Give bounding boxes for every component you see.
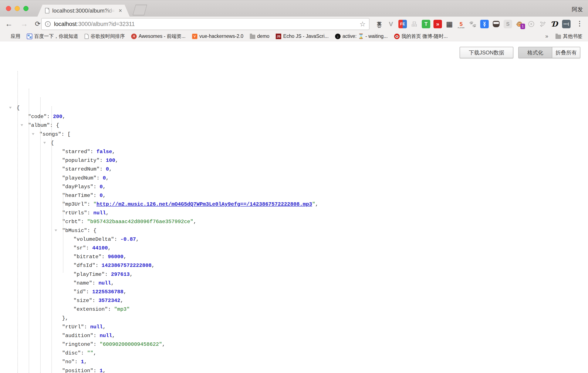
- json-line: "id": 1225536788,: [0, 288, 588, 296]
- json-line: "crbt": "b957432baaac42d8096f76ae357992c…: [0, 217, 588, 226]
- bookmark-label: Echo JS - JavaScri...: [283, 33, 328, 39]
- collapse-triangle-icon[interactable]: ▼: [9, 104, 12, 112]
- qr-code-extension-icon[interactable]: ▦: [445, 20, 454, 28]
- paw-extension-icon[interactable]: 🐾: [469, 20, 477, 28]
- page-content: 下载JSON数据 格式化 折叠所有 ▼{"code": 200,▼"album"…: [0, 41, 588, 373]
- json-line: "name": null,: [0, 279, 588, 288]
- site-info-icon[interactable]: i: [45, 21, 51, 27]
- collapse-all-button[interactable]: 折叠所有: [552, 47, 580, 58]
- collapse-triangle-icon[interactable]: ▼: [55, 226, 57, 235]
- bookmark-label: 应用: [11, 33, 21, 40]
- json-line: "extension": "mp3": [0, 305, 588, 314]
- profile-name[interactable]: 阿发: [572, 6, 583, 13]
- json-line: ▼"songs": [: [0, 130, 588, 139]
- bookmark-demo[interactable]: demo: [250, 33, 270, 39]
- bookmark-label: Awesomes - 前端资...: [139, 33, 186, 40]
- down-icon: ↓: [335, 34, 341, 39]
- baidu-icon: 🐾: [27, 34, 32, 39]
- json-line: "size": 3572342,: [0, 296, 588, 305]
- bookmarks-bar: 应用🐾百度一下，你就知道谷歌按时间排序AAwesomes - 前端资...Vvu…: [0, 32, 588, 41]
- zoom-window-button[interactable]: [23, 6, 29, 11]
- close-window-button[interactable]: [6, 6, 11, 11]
- collapse-triangle-icon[interactable]: ▼: [32, 130, 34, 139]
- json-line: ▼{: [0, 104, 588, 112]
- js-icon: JS: [276, 34, 281, 39]
- bookmark-apps[interactable]: 应用: [3, 33, 21, 40]
- weibo-eye-extension-icon[interactable]: [527, 20, 536, 28]
- s-extension-icon[interactable]: S: [504, 20, 512, 28]
- bookmark-label: active: ⌛ - waiting...: [342, 33, 388, 39]
- browser-toolbar: ← → ⟳ i localhost:3000/album?id=32311 ☆ …: [0, 17, 588, 32]
- awesomes-icon: A: [131, 34, 137, 39]
- tab-bar: localhost:3000/album?id=323 × 阿发: [0, 0, 588, 17]
- d-extension-icon[interactable]: Ɗ: [550, 20, 559, 28]
- double-chevron-extension-icon[interactable]: ∨∨: [480, 20, 489, 28]
- bookmark-active[interactable]: ↓active: ⌛ - waiting...: [335, 33, 388, 39]
- json-line: "code": 200,: [0, 112, 588, 121]
- json-viewer: ▼{"code": 200,▼"album": {▼"songs": [▼{"s…: [0, 104, 588, 373]
- json-line: "no": 1,: [0, 357, 588, 366]
- bookmark-label: demo: [257, 33, 270, 39]
- bookmark-other-folder[interactable]: 其他书签: [556, 33, 582, 40]
- folder-icon: [250, 35, 255, 39]
- window-controls: [6, 6, 29, 11]
- json-line: "ringtone": "600902000009458622",: [0, 340, 588, 349]
- json-line: "mp3Url": "http://m2.music.126.net/mO4G5…: [0, 200, 588, 209]
- indent-guide-line: [52, 106, 52, 373]
- bookmark-google-sort[interactable]: 谷歌按时间排序: [84, 33, 125, 40]
- indent-guide-line: [17, 71, 18, 373]
- minimize-window-button[interactable]: [15, 6, 20, 11]
- fast-forward-extension-icon[interactable]: »: [433, 20, 442, 28]
- bookmark-baidu[interactable]: 🐾百度一下，你就知道: [27, 33, 78, 40]
- collapse-triangle-icon[interactable]: ▼: [43, 139, 46, 147]
- forward-button: →: [21, 19, 28, 29]
- bookmark-echo-js[interactable]: JSEcho JS - JavaScri...: [276, 33, 328, 39]
- bookmark-weibo-home[interactable]: 我的首页 微博-随时...: [394, 33, 448, 40]
- indent-guide-line: [29, 89, 29, 373]
- html5-player-extension-icon[interactable]: 5PLAYER: [457, 20, 465, 28]
- browser-tab[interactable]: localhost:3000/album?id=323 ×: [37, 5, 130, 17]
- vimium-extension-icon[interactable]: V: [387, 20, 395, 28]
- fe-extension-icon[interactable]: FE: [398, 20, 407, 28]
- collapse-triangle-icon[interactable]: ▼: [21, 121, 23, 130]
- bookmarks-overflow-icon[interactable]: »: [545, 33, 548, 39]
- json-line: "position": 1,: [0, 366, 588, 373]
- bookmark-awesomes[interactable]: AAwesomes - 前端资...: [131, 33, 186, 40]
- new-tab-button[interactable]: [133, 5, 147, 15]
- tampermonkey-extension-icon[interactable]: T: [422, 20, 430, 28]
- format-button[interactable]: 格式化: [519, 47, 552, 58]
- sitemap-extension-icon[interactable]: 品: [410, 20, 419, 28]
- monkey-extension-icon[interactable]: 🐵1: [515, 20, 524, 28]
- json-line: "rtUrls": null,: [0, 209, 588, 217]
- tab-close-icon[interactable]: ×: [119, 8, 122, 14]
- url-text[interactable]: localhost:3000/album?id=32311: [54, 21, 135, 27]
- mask-extension-icon[interactable]: [492, 20, 500, 28]
- bookmark-vue-hackernews[interactable]: Vvue-hackernews-2.0: [192, 33, 243, 39]
- extension-icons-row: 英enVFE品T»▦5PLAYER🐾∨∨S🐵1🕊Ɗ•••|: [375, 18, 571, 30]
- json-line: "disc": "",: [0, 349, 588, 357]
- json-line: ▼"bMusic": {: [0, 226, 588, 235]
- json-line: "hearTime": 0,: [0, 191, 588, 200]
- bookmark-star-icon[interactable]: ☆: [359, 20, 366, 28]
- reload-button[interactable]: ⟳: [35, 19, 41, 29]
- bookmark-label: vue-hackernews-2.0: [200, 33, 243, 39]
- json-line: "playTime": 297613,: [0, 270, 588, 279]
- translate-extension-icon[interactable]: 英en: [375, 20, 384, 28]
- json-line: "bitrate": 96000,: [0, 252, 588, 261]
- bookmark-label: 百度一下，你就知道: [34, 33, 78, 40]
- apps-icon: [3, 34, 9, 39]
- hummingbird-extension-icon[interactable]: 🕊: [539, 20, 547, 28]
- address-bar[interactable]: i localhost:3000/album?id=32311 ☆: [41, 18, 369, 30]
- json-line: "dfsId": 1423867572222808,: [0, 261, 588, 270]
- extension-badge: 1: [520, 24, 525, 29]
- json-line: ▼"album": {: [0, 121, 588, 130]
- json-line: },: [0, 314, 588, 323]
- download-json-button[interactable]: 下载JSON数据: [460, 47, 513, 58]
- password-dots-extension-icon[interactable]: •••|: [562, 20, 571, 28]
- json-line: "rtUrl": null,: [0, 323, 588, 331]
- page-favicon-icon: [45, 8, 49, 13]
- page-icon: [84, 34, 89, 39]
- mp3-url-link[interactable]: http://m2.music.126.net/mO4G5dQ7WPm3Le0l…: [96, 201, 312, 207]
- chrome-menu-icon[interactable]: ⋮: [576, 20, 583, 27]
- back-button[interactable]: ←: [5, 19, 13, 29]
